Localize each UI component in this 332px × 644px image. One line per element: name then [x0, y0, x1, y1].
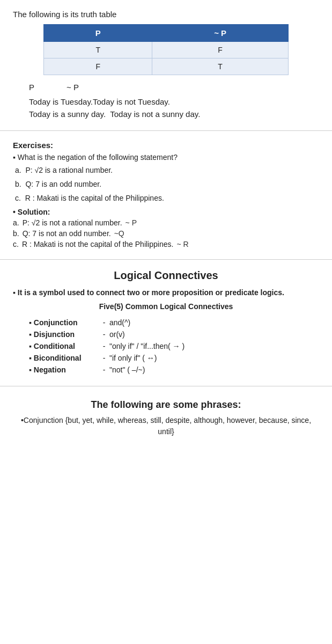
- cell-f2: F: [44, 58, 152, 75]
- conn-name-conjunction: ▪ Conjunction: [29, 318, 99, 327]
- example2-combined: Today is a sunny day. Today is not a sun…: [29, 109, 200, 119]
- connective-conditional: ▪ Conditional - "only if" / "if...then( …: [29, 342, 319, 350]
- sol-text-c: R : Makati is not the capital of the Phi…: [22, 240, 173, 248]
- exercise-item-b: b. Q: 7 is an odd number.: [13, 180, 319, 188]
- negation-examples: Today is Tuesday. Today is not Tuesday. …: [13, 97, 319, 119]
- exercise-text-a: P: √2 is a rational number.: [25, 166, 113, 174]
- truth-table: P ~ P T F F T: [43, 24, 289, 75]
- sol-label-c: c.: [13, 240, 19, 248]
- phrases-content: •Conjunction {but, yet, while, whereas, …: [13, 415, 319, 437]
- connectives-section: Logical Connectives ▪ It is a symbol use…: [0, 260, 332, 386]
- sol-label-b: b.: [13, 229, 19, 238]
- table-row: F T: [44, 58, 289, 75]
- conn-dash-conditional: -: [99, 342, 109, 350]
- sol-text-b: Q: 7 is not an odd number.: [23, 229, 111, 238]
- connective-conjunction: ▪ Conjunction - and(^): [29, 318, 319, 327]
- conn-name-biconditional: ▪ Biconditional: [29, 354, 99, 362]
- example1-p: Today is Tuesday.: [29, 97, 93, 106]
- sol-text-a: P: √2 is not a rational number.: [23, 218, 122, 227]
- connective-disjunction: ▪ Disjunction - or(v): [29, 330, 319, 339]
- exercises-title: Exercises:: [13, 141, 319, 150]
- conn-name-negation: ▪ Negation: [29, 365, 99, 374]
- conn-dash-disjunction: -: [99, 330, 109, 339]
- conn-value-negation: "not" ( –/~): [109, 365, 319, 374]
- solution-label: • Solution:: [13, 208, 319, 216]
- connective-biconditional: ▪ Biconditional - "if only if" ( ↔): [29, 354, 319, 362]
- conn-value-biconditional: "if only if" ( ↔): [109, 354, 319, 362]
- cell-t: T: [44, 42, 152, 58]
- cell-t2: T: [152, 58, 289, 75]
- conn-dash-negation: -: [99, 365, 109, 374]
- solution-c: c. R : Makati is not the capital of the …: [13, 240, 319, 248]
- connective-list: ▪ Conjunction - and(^) ▪ Disjunction - o…: [13, 318, 319, 374]
- solution-b: b. Q: 7 is not an odd number. ~Q: [13, 229, 319, 238]
- phrases-section: The following are some phrases: •Conjunc…: [0, 386, 332, 448]
- cell-f: F: [152, 42, 289, 58]
- exercise-item-c: c. R : Makati is the capital of the Phil…: [13, 194, 319, 202]
- conn-value-disjunction: or(v): [109, 330, 319, 339]
- exercise-item-a: a. P: √2 is a rational number.: [13, 166, 319, 174]
- truth-table-section: The following is its truth table P ~ P T…: [0, 0, 332, 131]
- connectives-title: Logical Connectives: [13, 269, 319, 282]
- conn-dash-conjunction: -: [99, 318, 109, 327]
- col-p-header: P: [44, 25, 152, 42]
- phrases-title: The following are some phrases:: [13, 399, 319, 411]
- exercises-section: Exercises: ▪ What is the negation of the…: [0, 131, 332, 260]
- col-notp-header: ~ P: [152, 25, 289, 42]
- exercise-text-c: R : Makati is the capital of the Philipp…: [25, 194, 164, 202]
- label-notp: ~ P: [67, 83, 79, 92]
- exercise-label-b: b.: [15, 180, 21, 188]
- negation-label-row: P ~ P: [13, 83, 319, 92]
- five-title: Five(5) Common Logical Connectives: [13, 302, 319, 311]
- conn-name-disjunction: ▪ Disjunction: [29, 330, 99, 339]
- truth-table-title: The following is its truth table: [13, 10, 319, 19]
- sol-symbol-b: ~Q: [114, 229, 124, 238]
- conn-value-conjunction: and(^): [109, 318, 319, 327]
- label-p: P: [29, 83, 34, 92]
- solution-a: a. P: √2 is not a rational number. ~ P: [13, 218, 319, 227]
- sol-symbol-c: ~ R: [176, 240, 188, 248]
- sol-label-a: a.: [13, 218, 19, 227]
- exercise-text-b: Q: 7 is an odd number.: [25, 180, 101, 188]
- exercise-label-c: c.: [15, 194, 21, 202]
- table-row: T F: [44, 42, 289, 58]
- negation-example-1: Today is Tuesday. Today is not Tuesday.: [29, 97, 319, 106]
- conn-dash-biconditional: -: [99, 354, 109, 362]
- sol-symbol-a: ~ P: [126, 218, 137, 227]
- connective-negation: ▪ Negation - "not" ( –/~): [29, 365, 319, 374]
- exercise-label-a: a.: [15, 166, 21, 174]
- conn-name-conditional: ▪ Conditional: [29, 342, 99, 350]
- connectives-desc: ▪ It is a symbol used to connect two or …: [13, 288, 319, 297]
- example1-notp: Today is not Tuesday.: [93, 97, 170, 106]
- conn-value-conditional: "only if" / "if...then( → ): [109, 342, 319, 350]
- exercises-subtitle: ▪ What is the negation of the following …: [13, 153, 319, 162]
- negation-example-2: Today is a sunny day. Today is not a sun…: [29, 109, 319, 119]
